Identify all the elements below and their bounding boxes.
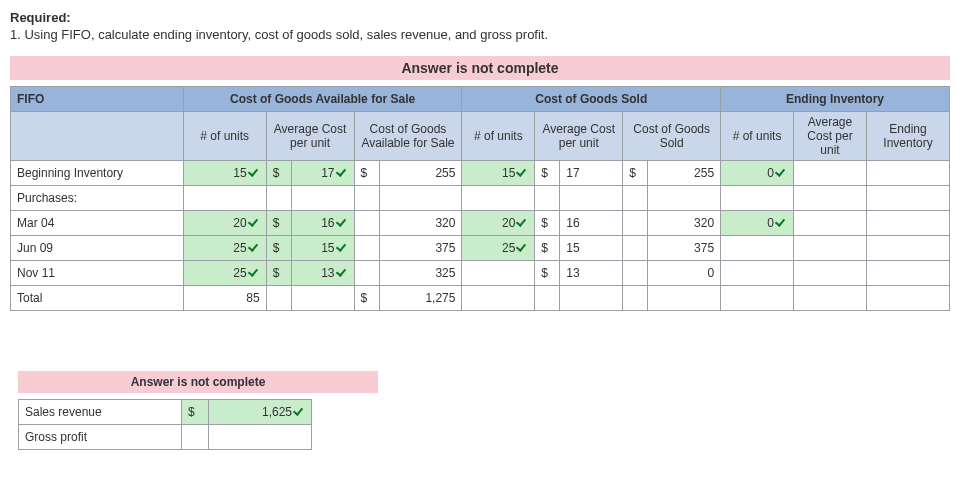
nov-amt-b[interactable]: 0 <box>648 261 721 286</box>
beg-amt-b[interactable]: 255 <box>648 161 721 186</box>
row-mar: Mar 04 20 $ 16 320 20 $ 16 320 0 <box>11 211 950 236</box>
check-icon <box>293 407 305 419</box>
mar-avg-c[interactable] <box>794 211 867 236</box>
jun-units-b[interactable]: 25 <box>462 236 535 261</box>
jun-avg-a-cur: $ <box>266 236 291 261</box>
label-jun: Jun 09 <box>11 236 184 261</box>
check-icon <box>248 168 260 180</box>
beg-avg-c[interactable] <box>794 161 867 186</box>
sub-avg-b: Average Cost per unit <box>535 112 623 161</box>
beg-avg-b-cur: $ <box>535 161 560 186</box>
nov-units-b[interactable] <box>462 261 535 286</box>
jun-avg-c[interactable] <box>794 236 867 261</box>
row-purchases: Purchases: <box>11 186 950 211</box>
check-icon <box>336 168 348 180</box>
beg-amt-c[interactable] <box>866 161 949 186</box>
total-amt-a: 1,275 <box>379 286 462 311</box>
label-beg: Beginning Inventory <box>11 161 184 186</box>
nov-avg-a[interactable]: 13 <box>291 261 354 286</box>
label-nov: Nov 11 <box>11 261 184 286</box>
sales-value[interactable]: 1,625 <box>209 400 312 425</box>
subhdr-blank <box>11 112 184 161</box>
sub-units-c: # of units <box>721 112 794 161</box>
nov-amt-a: 325 <box>379 261 462 286</box>
banner-incomplete-small: Answer is not complete <box>18 371 378 393</box>
jun-avg-b-cur: $ <box>535 236 560 261</box>
row-nov: Nov 11 25 $ 13 325 $ 13 0 <box>11 261 950 286</box>
check-icon <box>336 268 348 280</box>
mar-units-b[interactable]: 20 <box>462 211 535 236</box>
jun-units-a[interactable]: 25 <box>183 236 266 261</box>
sales-label: Sales revenue <box>19 400 182 425</box>
beg-amt-a: 255 <box>379 161 462 186</box>
check-icon <box>248 218 260 230</box>
jun-amt-c[interactable] <box>866 236 949 261</box>
check-icon <box>516 218 528 230</box>
beg-units-b[interactable]: 15 <box>462 161 535 186</box>
sub-avg-c: Average Cost per unit <box>794 112 867 161</box>
label-purchases: Purchases: <box>11 186 184 211</box>
mar-avg-a-cur: $ <box>266 211 291 236</box>
check-icon <box>336 218 348 230</box>
mar-amt-c[interactable] <box>866 211 949 236</box>
check-icon <box>248 268 260 280</box>
mar-avg-b-cur: $ <box>535 211 560 236</box>
sub-cogas: Cost of Goods Available for Sale <box>354 112 462 161</box>
sales-cur: $ <box>182 400 209 425</box>
row-jun: Jun 09 25 $ 15 375 25 $ 15 375 <box>11 236 950 261</box>
mar-amt-b[interactable]: 320 <box>648 211 721 236</box>
nov-units-a[interactable]: 25 <box>183 261 266 286</box>
row-gross: Gross profit <box>19 425 312 450</box>
mar-amt-a: 320 <box>379 211 462 236</box>
mar-avg-a[interactable]: 16 <box>291 211 354 236</box>
sub-cogs: Cost of Goods Sold <box>623 112 721 161</box>
nov-avg-b[interactable]: 13 <box>560 261 623 286</box>
gross-label: Gross profit <box>19 425 182 450</box>
hdr-cogas: Cost of Goods Available for Sale <box>183 87 462 112</box>
check-icon <box>775 218 787 230</box>
nov-units-c[interactable] <box>721 261 794 286</box>
label-mar: Mar 04 <box>11 211 184 236</box>
gross-cur <box>182 425 209 450</box>
jun-avg-a[interactable]: 15 <box>291 236 354 261</box>
sub-units-b: # of units <box>462 112 535 161</box>
summary-table: Sales revenue $ 1,625 Gross profit <box>18 399 312 450</box>
fifo-table: FIFO Cost of Goods Available for Sale Co… <box>10 86 950 311</box>
jun-amt-b[interactable]: 375 <box>648 236 721 261</box>
sub-units-a: # of units <box>183 112 266 161</box>
jun-units-c[interactable] <box>721 236 794 261</box>
check-icon <box>775 168 787 180</box>
mar-avg-b[interactable]: 16 <box>560 211 623 236</box>
mar-units-c[interactable]: 0 <box>721 211 794 236</box>
hdr-fifo: FIFO <box>11 87 184 112</box>
gross-value[interactable] <box>209 425 312 450</box>
beg-units-c[interactable]: 0 <box>721 161 794 186</box>
hdr-cogs: Cost of Goods Sold <box>462 87 721 112</box>
beg-avg-b[interactable]: 17 <box>560 161 623 186</box>
beg-amt-b-cur: $ <box>623 161 648 186</box>
check-icon <box>248 243 260 255</box>
row-sales: Sales revenue $ 1,625 <box>19 400 312 425</box>
check-icon <box>516 168 528 180</box>
beg-units-a[interactable]: 15 <box>183 161 266 186</box>
beg-avg-a-cur: $ <box>266 161 291 186</box>
required-label: Required: <box>10 10 950 25</box>
total-amt-a-cur: $ <box>354 286 379 311</box>
jun-amt-a: 375 <box>379 236 462 261</box>
jun-avg-b[interactable]: 15 <box>560 236 623 261</box>
check-icon <box>516 243 528 255</box>
row-total: Total 85 $ 1,275 <box>11 286 950 311</box>
nov-avg-c[interactable] <box>794 261 867 286</box>
nov-avg-b-cur: $ <box>535 261 560 286</box>
row-beginning: Beginning Inventory 15 $ 17 $ 255 15 $ 1… <box>11 161 950 186</box>
beg-avg-a[interactable]: 17 <box>291 161 354 186</box>
sub-ending: Ending Inventory <box>866 112 949 161</box>
label-total: Total <box>11 286 184 311</box>
nov-amt-c[interactable] <box>866 261 949 286</box>
nov-avg-a-cur: $ <box>266 261 291 286</box>
hdr-ending: Ending Inventory <box>721 87 950 112</box>
mar-units-a[interactable]: 20 <box>183 211 266 236</box>
total-units-a: 85 <box>183 286 266 311</box>
check-icon <box>336 243 348 255</box>
beg-amt-a-cur: $ <box>354 161 379 186</box>
